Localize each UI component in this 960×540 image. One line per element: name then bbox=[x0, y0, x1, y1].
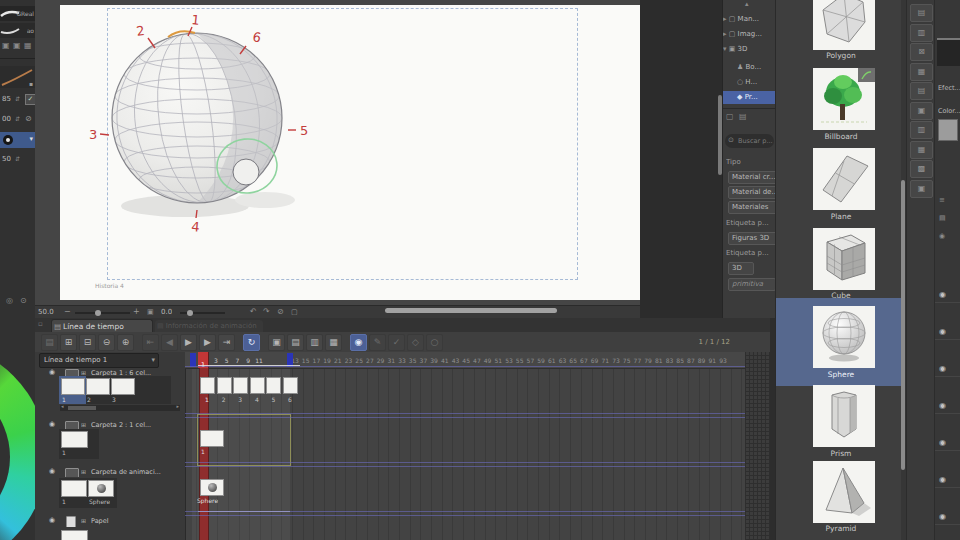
subtool-icon[interactable]: ◎ bbox=[6, 296, 13, 305]
timeline-cel[interactable] bbox=[283, 377, 298, 394]
playback-start-marker[interactable] bbox=[190, 353, 196, 367]
timeline-cel[interactable] bbox=[250, 377, 265, 394]
tag-figuras-3d[interactable]: Figuras 3D bbox=[728, 232, 776, 245]
tl-loop-play-button[interactable]: ↻ bbox=[243, 334, 260, 351]
material-thumb-billboard[interactable] bbox=[813, 68, 875, 130]
strip-button-5[interactable]: ▤ bbox=[910, 82, 933, 100]
tag-material-de[interactable]: Material de... bbox=[728, 186, 776, 199]
tree-item-material[interactable]: ▸ ▢ Man... bbox=[723, 13, 776, 26]
tl-timeline-options-button[interactable]: ▤ bbox=[41, 334, 58, 351]
layer-row-header[interactable]: ◉ ⊞ Carpeta de animaci... bbox=[35, 467, 185, 477]
material-thumb-cube[interactable] bbox=[813, 228, 875, 290]
expand-icon[interactable]: ⊞ bbox=[81, 421, 86, 428]
tl-zoom-in-button[interactable]: ⊕ bbox=[117, 334, 134, 351]
color-swatch[interactable] bbox=[938, 119, 958, 141]
duplicate-brush-icon[interactable]: ▣ bbox=[13, 41, 21, 50]
tl-batch-specify-button[interactable]: ▦ bbox=[325, 334, 342, 351]
layer-eye-icon[interactable]: ◉ bbox=[939, 401, 946, 410]
tl-specify-cel-button[interactable]: ▤ bbox=[287, 334, 304, 351]
strip-button-4[interactable]: ▦ bbox=[910, 63, 933, 81]
eye-icon[interactable]: ◉ bbox=[939, 232, 945, 240]
material-thumb-prism[interactable] bbox=[813, 385, 875, 447]
density-row[interactable]: 50 ⇵ bbox=[0, 152, 35, 168]
rotate-icon[interactable]: ▣ bbox=[147, 308, 154, 316]
tl-new-cel-button[interactable]: ⊞ bbox=[60, 334, 77, 351]
layer-eye-icon[interactable]: ◉ bbox=[939, 327, 946, 336]
tree-item-body[interactable]: ♟ Bo... bbox=[723, 61, 776, 74]
panel-icon[interactable]: ▤ bbox=[939, 214, 946, 222]
chevron-down-icon[interactable]: ▾ bbox=[29, 135, 33, 143]
layer-row-header[interactable]: ◉ ⊞ Papel bbox=[35, 516, 185, 527]
scroll-up-icon[interactable]: ▴ bbox=[745, 0, 749, 8]
fit-screen-icon[interactable]: ▢ bbox=[291, 308, 298, 316]
canvas-page[interactable]: 1 2 3 4 5 6 Historia 4 bbox=[60, 5, 640, 300]
tl-play-button[interactable]: ▶ bbox=[180, 334, 197, 351]
cel-thumbnail[interactable] bbox=[61, 530, 88, 540]
material-thumb-plane[interactable] bbox=[813, 148, 875, 210]
brush-tip-row-selected[interactable]: ▾ bbox=[0, 132, 35, 148]
tl-edit-mode-button[interactable]: ◇ bbox=[407, 334, 424, 351]
stepper-icon[interactable]: ⇵ bbox=[15, 155, 20, 162]
expand-icon[interactable]: ⊞ bbox=[81, 369, 86, 376]
cel-thumbnail[interactable] bbox=[61, 378, 85, 395]
layer-eye-icon[interactable]: ◉ bbox=[939, 438, 946, 447]
palette-menu-icon[interactable]: ▫ bbox=[38, 320, 43, 328]
strip-button-10[interactable]: ▣ bbox=[910, 180, 933, 198]
tag-primitiva[interactable]: primitiva bbox=[728, 278, 776, 291]
timeline-cel[interactable] bbox=[217, 377, 232, 394]
tl-new-animation-cel-button[interactable]: ▣ bbox=[268, 334, 285, 351]
cel-thumbnail-sphere[interactable] bbox=[88, 480, 114, 497]
tree-item-image[interactable]: ▸ ▢ Imag... bbox=[723, 28, 776, 41]
expand-icon[interactable]: ⊞ bbox=[81, 517, 86, 524]
material-scrollbar-thumb[interactable] bbox=[901, 180, 905, 470]
cel-thumbnail[interactable] bbox=[61, 431, 88, 448]
material-thumb-pyramid[interactable] bbox=[813, 461, 875, 523]
tl-prev-frame-button[interactable]: ◀ bbox=[161, 334, 178, 351]
tl-delete-cel-button[interactable]: ▥ bbox=[306, 334, 323, 351]
list-view-icon[interactable]: ▢ bbox=[726, 112, 734, 121]
thumb-scrollbar-thumb[interactable] bbox=[68, 406, 96, 410]
tree-item-3d[interactable]: ▾ ▣ 3D bbox=[723, 43, 776, 56]
undo-icon[interactable]: ↶ bbox=[250, 307, 257, 316]
scroll-right-icon[interactable]: ▸ bbox=[176, 403, 179, 409]
reset-view-icon[interactable]: ⊘ bbox=[277, 307, 284, 316]
tl-curve-button[interactable]: ○ bbox=[426, 334, 443, 351]
timeline-cel[interactable] bbox=[233, 377, 248, 394]
redo-icon[interactable]: ↷ bbox=[263, 307, 270, 316]
cel-thumbnail[interactable] bbox=[86, 378, 110, 395]
timeline-cel[interactable] bbox=[266, 377, 281, 394]
tab-inactive[interactable]: ▤Información de animación bbox=[155, 320, 263, 332]
tl-go-start-button[interactable]: ⇤ bbox=[142, 334, 159, 351]
timeline-cel[interactable] bbox=[200, 377, 215, 394]
tl-new-folder-button[interactable]: ⊟ bbox=[79, 334, 96, 351]
tl-normal-mode-button[interactable]: ✓ bbox=[388, 334, 405, 351]
scroll-left-icon[interactable]: ◂ bbox=[61, 403, 64, 409]
blend-icon[interactable]: ⊘ bbox=[25, 114, 32, 123]
tl-go-end-button[interactable]: ⇥ bbox=[218, 334, 235, 351]
tab-timeline-active[interactable]: ▤Línea de tiempo bbox=[51, 319, 153, 333]
lock-icon[interactable]: ▪ bbox=[29, 80, 33, 87]
layer-eye-icon[interactable]: ◉ bbox=[939, 475, 946, 484]
strip-button-6[interactable]: ▣ bbox=[910, 102, 933, 120]
expand-icon[interactable]: ⊞ bbox=[81, 468, 86, 475]
tag-3d[interactable]: 3D bbox=[728, 262, 754, 275]
stepper-icon[interactable]: ⇵ bbox=[15, 95, 20, 102]
zoom-slider-thumb[interactable] bbox=[95, 310, 101, 316]
strip-button-8[interactable]: ▦ bbox=[910, 141, 933, 159]
rotate-slider-thumb[interactable] bbox=[187, 310, 193, 316]
timeline-cel-sphere[interactable] bbox=[200, 479, 224, 496]
tree-item-primitive-selected[interactable]: ◆ Pr... bbox=[723, 91, 776, 104]
tl-zoom-out-button[interactable]: ⊖ bbox=[98, 334, 115, 351]
add-brush-icon[interactable]: ▣ bbox=[2, 41, 10, 50]
tree-item-head[interactable]: ○ H... bbox=[723, 76, 776, 89]
strip-button-9[interactable]: ▩ bbox=[910, 160, 933, 178]
menu-icon[interactable]: ≡ bbox=[939, 196, 945, 204]
eye-icon[interactable]: ◉ bbox=[49, 467, 55, 475]
cel-thumbnail[interactable] bbox=[61, 480, 87, 497]
strip-button-7[interactable]: ▥ bbox=[910, 121, 933, 139]
layer-row-header[interactable]: ◉ ⊞ Carpeta 2 : 1 cel... bbox=[35, 420, 185, 430]
brush-size-row[interactable]: 85 ⇵ ✓ bbox=[0, 92, 35, 108]
eye-icon[interactable]: ◉ bbox=[49, 368, 55, 376]
tl-onion-skin-button[interactable]: ◉ bbox=[350, 334, 367, 351]
zoom-out-icon[interactable]: − bbox=[64, 307, 71, 316]
